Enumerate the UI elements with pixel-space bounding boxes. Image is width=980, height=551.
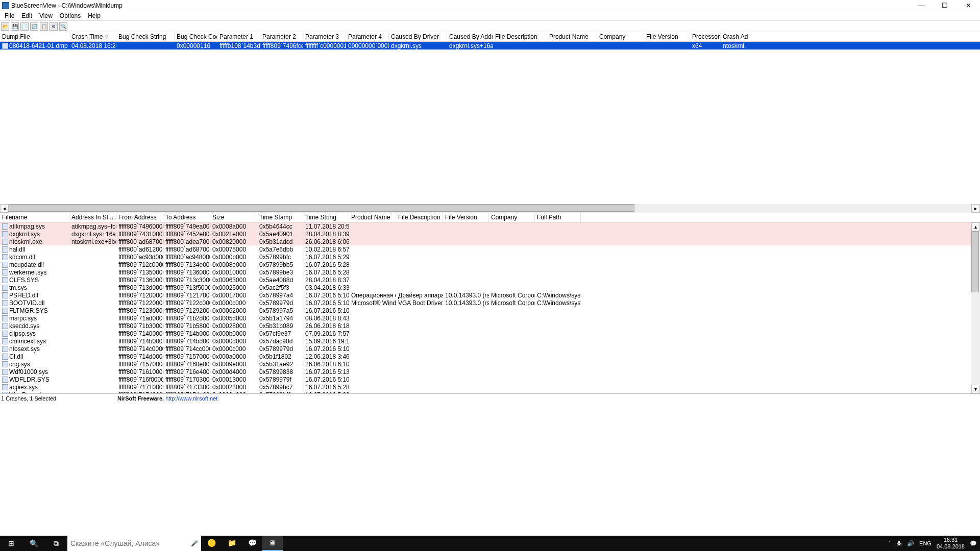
column-header[interactable]: Crash Time▽ (69, 32, 116, 41)
taskbar-app-discord[interactable]: 💬 (242, 536, 262, 551)
mic-icon[interactable]: 🎤 (191, 540, 198, 547)
column-header[interactable]: File Version (644, 32, 690, 41)
column-header[interactable]: Caused By Driver (389, 32, 447, 41)
table-row[interactable]: FLTMGR.SYSfffff809`71230000fffff809`7129… (0, 307, 980, 314)
table-row[interactable]: kdcom.dllfffff800`ac93d000fffff800`ac948… (0, 253, 980, 261)
column-header[interactable]: Full Path (535, 213, 581, 222)
table-cell: 16.07.2016 5:28:05 (303, 261, 349, 268)
table-row[interactable]: BOOTVID.dllfffff809`71220000fffff809`712… (0, 299, 980, 307)
table-row[interactable]: cmimcext.sysfffff809`714b0000fffff809`71… (0, 337, 980, 345)
menu-edit[interactable]: Edit (18, 12, 36, 19)
table-row[interactable]: cng.sysfffff809`71570000fffff809`7160e00… (0, 360, 980, 368)
maximize-button[interactable]: ☐ (933, 0, 957, 11)
scroll-down-icon[interactable]: ▼ (971, 385, 980, 393)
tray-volume-icon[interactable]: 🔊 (907, 540, 914, 547)
scroll-right-icon[interactable]: ► (971, 204, 980, 213)
taskbar-app-bluescreenview[interactable]: 🖥 (262, 536, 283, 551)
column-header[interactable]: Company (597, 32, 644, 41)
scroll-left-icon[interactable]: ◄ (0, 204, 9, 213)
column-header[interactable]: Bug Check Code (175, 32, 217, 41)
column-header[interactable]: Parameter 1 (217, 32, 260, 41)
minimize-button[interactable]: — (910, 0, 933, 11)
column-header[interactable]: Address In St...△ (69, 213, 116, 222)
file-icon (2, 331, 8, 337)
menu-view[interactable]: View (36, 12, 56, 19)
table-row[interactable]: CI.dllfffff809`714d0000fffff809`71570000… (0, 353, 980, 360)
table-cell: 16.07.2016 5:10:44 (303, 292, 349, 299)
table-row[interactable]: tm.sysfffff809`713d0000fffff809`713f5000… (0, 284, 980, 291)
search-icon-button[interactable]: 🔍 (22, 536, 45, 551)
column-header[interactable]: Time String (303, 213, 349, 222)
tray-network-icon[interactable]: 🖧 (896, 540, 902, 546)
drivers-list-body[interactable]: atikmpag.sysatikmpag.sys+fce4fffff809`74… (0, 222, 980, 393)
taskview-button[interactable]: ⧉ (45, 536, 67, 551)
column-header[interactable]: Time Stamp (257, 213, 303, 222)
tray-expand-icon[interactable]: ˄ (888, 540, 891, 547)
table-row[interactable]: acpiex.sysfffff809`71710000fffff809`7173… (0, 383, 980, 391)
column-header[interactable]: Parameter 3 (303, 32, 346, 41)
find-icon[interactable]: 🔍 (59, 22, 67, 31)
column-header[interactable]: Filename (0, 213, 69, 222)
close-button[interactable]: ✕ (957, 0, 980, 11)
column-header[interactable]: File Description (493, 32, 547, 41)
column-header[interactable]: Caused By Address (447, 32, 493, 41)
scroll-track[interactable] (971, 231, 980, 385)
tray-notifications-icon[interactable]: 💬 (970, 540, 977, 547)
table-row[interactable]: WDFLDR.SYSfffff809`716f0000fffff809`7170… (0, 375, 980, 383)
dump-hscrollbar[interactable]: ◄ ► (0, 204, 980, 213)
table-row[interactable]: dxgkrnl.sysdxgkrnl.sys+16a2d8fffff809`74… (0, 230, 980, 238)
table-row[interactable]: clipsp.sysfffff809`71400000fffff809`714b… (0, 330, 980, 337)
column-header[interactable]: Crash Ad (721, 32, 751, 41)
open-icon[interactable]: 📂 (1, 22, 9, 31)
table-row[interactable]: ntoskrnl.exentoskrnl.exe+3be100fffff800`… (0, 238, 980, 245)
column-header[interactable]: Bug Check String (116, 32, 175, 41)
table-cell: ntoskrnl.exe+3be100 (69, 238, 116, 245)
table-cell: VGA Boot Driver (396, 299, 443, 307)
search-box[interactable]: 🎤 (67, 536, 201, 551)
options-icon[interactable]: ⚙ (50, 22, 58, 31)
tray-clock[interactable]: 16:31 04.08.2018 (937, 537, 965, 550)
table-row[interactable]: ntosext.sysfffff809`714c0000fffff809`714… (0, 345, 980, 353)
table-row[interactable]: mcupdate.dllfffff809`712c0000fffff809`71… (0, 261, 980, 268)
table-row[interactable]: Wdf01000.sysfffff809`71610000fffff809`71… (0, 368, 980, 375)
taskbar-app-yandex[interactable]: 🟡 (201, 536, 222, 551)
search-input[interactable] (70, 539, 191, 547)
column-header[interactable]: Company (489, 213, 535, 222)
menu-help[interactable]: Help (84, 12, 104, 19)
column-header[interactable]: Product Name (349, 213, 396, 222)
copy-icon[interactable]: 📄 (20, 22, 29, 31)
taskbar-app-explorer[interactable]: 📁 (222, 536, 242, 551)
column-header[interactable]: File Description (396, 213, 443, 222)
column-header[interactable]: File Version (443, 213, 489, 222)
drivers-vscrollbar[interactable]: ▲ ▼ (971, 222, 980, 393)
brand-link[interactable]: http://www.nirsoft.net (165, 395, 217, 402)
scroll-track[interactable] (9, 204, 971, 213)
column-header[interactable]: Product Name (547, 32, 597, 41)
start-button[interactable]: ⊞ (0, 536, 22, 551)
column-header[interactable]: From Address (116, 213, 163, 222)
file-icon (2, 254, 8, 260)
save-icon[interactable]: 💾 (11, 22, 19, 31)
table-row[interactable]: ksecdd.sysfffff809`71b30000fffff809`71b5… (0, 322, 980, 330)
column-header[interactable]: Size (210, 213, 257, 222)
menu-file[interactable]: File (1, 12, 18, 19)
table-row[interactable]: hal.dllfffff800`ad612000fffff800`ad68700… (0, 245, 980, 253)
properties-icon[interactable]: 📋 (40, 22, 48, 31)
table-row[interactable]: WppRecorder.sysfffff809`71740000fffff809… (0, 391, 980, 393)
table-row[interactable]: PSHED.dllfffff809`71200000fffff809`71217… (0, 291, 980, 299)
table-row[interactable]: werkernel.sysfffff809`71350000fffff809`7… (0, 268, 980, 276)
scroll-up-icon[interactable]: ▲ (971, 222, 980, 231)
refresh-icon[interactable]: 🔄 (30, 22, 38, 31)
table-row[interactable]: atikmpag.sysatikmpag.sys+fce4fffff809`74… (0, 222, 980, 230)
column-header[interactable]: Dump File (0, 32, 69, 41)
column-header[interactable]: To Address (163, 213, 210, 222)
tray-lang[interactable]: ENG (919, 540, 932, 546)
column-header[interactable]: Processor (690, 32, 721, 41)
column-header[interactable]: Parameter 4 (346, 32, 389, 41)
column-header[interactable]: Parameter 2 (260, 32, 303, 41)
table-row[interactable]: CLFS.SYSfffff809`71360000fffff809`713c30… (0, 276, 980, 284)
table-row[interactable]: msrpc.sysfffff809`71ad0000fffff809`71b2d… (0, 314, 980, 322)
menu-options[interactable]: Options (56, 12, 84, 19)
dump-list-body[interactable]: 080418-6421-01.dmp04.08.2018 16:26:040x0… (0, 42, 980, 204)
table-row[interactable]: 080418-6421-01.dmp04.08.2018 16:26:040x0… (0, 42, 980, 49)
